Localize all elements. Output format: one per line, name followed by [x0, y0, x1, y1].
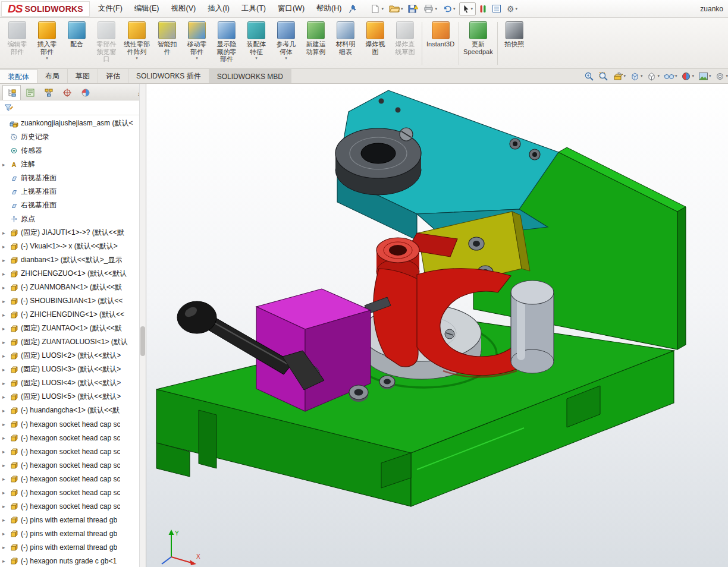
undo-button[interactable]: ▾	[441, 4, 457, 14]
tab-布局[interactable]: 布局	[37, 69, 68, 83]
menu-item[interactable]: 视图(V)	[165, 1, 202, 17]
tree-item[interactable]: ▸(固定) LUOSI<3> (默认<<默认>	[0, 363, 146, 376]
menu-item[interactable]: 工具(T)	[236, 1, 272, 17]
tree-item[interactable]: ▸(固定) LUOSI<2> (默认<<默认>	[0, 349, 146, 363]
tree-item[interactable]: ▸(固定) ZUANTAOLUOSI<1> (默认	[0, 335, 146, 349]
tree-item[interactable]: zuankongjiajushejiasm_asm (默认<	[0, 116, 146, 130]
expand-arrow-icon[interactable]: ▸	[2, 544, 9, 550]
section-view-button[interactable]: ▾	[613, 71, 626, 81]
hide-show-items-button[interactable]: ▾	[664, 73, 677, 80]
wall-right-face[interactable]	[677, 207, 686, 349]
exploded-view-button[interactable]: 爆炸视图	[360, 19, 390, 68]
expand-arrow-icon[interactable]: ▸	[2, 435, 9, 441]
tree-item[interactable]: ▸(-) ZHICHENGDING<1> (默认<<	[0, 308, 146, 322]
menu-item[interactable]: 帮助(H)	[310, 1, 347, 17]
instant3d-button[interactable]: Instant3D	[424, 19, 457, 68]
featuremanager-tab[interactable]	[2, 85, 21, 100]
tree-item[interactable]: ▸(-) hexagon socket head cap sc	[0, 499, 146, 513]
show-hidden-button[interactable]: 显示隐藏的零部件	[212, 19, 241, 68]
tree-item[interactable]: ▸(-) ZUANMOBAN<1> (默认<<默	[0, 281, 146, 294]
tree-item[interactable]: ▸(-) hexagon socket head cap sc	[0, 486, 146, 499]
tree-item[interactable]: ▸A注解	[0, 158, 146, 171]
bom-button[interactable]: 材料明细表	[331, 19, 360, 68]
expand-arrow-icon[interactable]: ▸	[2, 339, 9, 345]
new-motion-study-button[interactable]: 新建运动算例	[301, 19, 331, 68]
update-speedpak-button[interactable]: 更新Speedpak	[461, 19, 495, 68]
tree-item[interactable]: ▸(-) pins with external thread gb	[0, 513, 146, 527]
dropdown-caret-icon[interactable]: ▾	[255, 56, 258, 60]
tree-item[interactable]: 原点	[0, 212, 146, 226]
view-orientation-button[interactable]: ▾	[630, 71, 643, 81]
expand-arrow-icon[interactable]: ▸	[2, 449, 9, 455]
expand-arrow-icon[interactable]: ▸	[2, 394, 9, 400]
tab-solidworks-插件[interactable]: SOLIDWORKS 插件	[128, 69, 209, 83]
tree-item[interactable]: ▸(固定) LUOSI<4> (默认<<默认>	[0, 376, 146, 390]
tree-item[interactable]: ▸(-) hexagon socket head cap sc	[0, 458, 146, 472]
tree-item[interactable]: ▸ZHICHENGZUO<1> (默认<<默认	[0, 267, 146, 281]
expand-arrow-icon[interactable]: ▸	[2, 353, 9, 359]
tree-item[interactable]: ▸(-) hexagon socket head cap sc	[0, 417, 146, 431]
zoom-fit-button[interactable]	[584, 71, 594, 81]
expand-arrow-icon[interactable]: ▸	[2, 503, 9, 509]
task-list-button[interactable]	[490, 3, 503, 14]
menu-item[interactable]: 窗口(W)	[272, 1, 310, 17]
rebuild-bars-button[interactable]	[478, 3, 488, 15]
menu-item[interactable]: 文件(F)	[92, 1, 128, 17]
tree-item[interactable]: 前视基准面	[0, 171, 146, 185]
new-document-button[interactable]: ▾	[369, 3, 385, 15]
insert-component-button[interactable]: 插入零部件▾	[32, 19, 62, 68]
tree-item[interactable]: ▸(-) hexagon socket head cap sc	[0, 472, 146, 486]
expand-arrow-icon[interactable]: ▸	[2, 421, 9, 427]
tree-item[interactable]: ▸(-) huandangcha<1> (默认<<默	[0, 404, 146, 417]
tree-item[interactable]: 历史记录	[0, 130, 146, 144]
tree-item[interactable]: ▸(固定) ZUANTAO<1> (默认<<默	[0, 322, 146, 335]
zoom-area-button[interactable]	[598, 71, 608, 81]
base-slot-left[interactable]	[199, 410, 216, 468]
mate-button[interactable]: 配合	[62, 19, 92, 68]
pushpin-icon[interactable]	[349, 4, 357, 14]
expand-arrow-icon[interactable]: ▸	[2, 162, 9, 168]
panel-scrollbar[interactable]	[139, 84, 146, 567]
tab-草图[interactable]: 草图	[68, 69, 98, 83]
dropdown-caret-icon[interactable]: ▾	[196, 56, 198, 60]
take-snapshot-button[interactable]: 拍快照	[500, 19, 529, 68]
tree-item[interactable]: ▸(-) SHOUBINGJIAN<1> (默认<<	[0, 294, 146, 308]
display-style-button[interactable]: ▾	[647, 71, 660, 81]
tree-item[interactable]: ▸(-) pins with external thread gb	[0, 540, 146, 554]
tree-item[interactable]: ▸dianban<1> (默认<<默认>_显示	[0, 253, 146, 267]
apply-scene-button[interactable]: ▾	[698, 72, 711, 81]
handle-ball[interactable]	[177, 301, 216, 333]
options-gear-button[interactable]: ⚙▾	[505, 2, 519, 15]
expand-arrow-icon[interactable]: ▸	[2, 285, 9, 291]
expand-arrow-icon[interactable]: ▸	[2, 558, 9, 564]
expand-arrow-icon[interactable]: ▸	[2, 312, 9, 318]
view-settings-button[interactable]: ▾	[715, 71, 728, 81]
tree-item[interactable]: ▸(-) hexagon nuts grade c gb<1	[0, 554, 146, 567]
assembly-features-button[interactable]: 装配体特征▾	[241, 19, 271, 68]
expand-arrow-icon[interactable]: ▸	[2, 367, 9, 373]
open-button[interactable]: ▾	[387, 3, 405, 14]
expand-arrow-icon[interactable]: ▸	[2, 476, 9, 482]
select-cursor-button[interactable]: ▾	[459, 2, 476, 15]
propertymanager-tab[interactable]	[21, 85, 39, 100]
tree-item[interactable]: ▸(-) hexagon socket head cap sc	[0, 445, 146, 458]
model-support-pin[interactable]	[511, 281, 554, 373]
tree-item[interactable]: 右视基准面	[0, 199, 146, 212]
reference-geometry-button[interactable]: 参考几何体▾	[271, 19, 301, 68]
linear-pattern-button[interactable]: 线性零部件阵列▾	[121, 19, 152, 68]
tab-solidworks-mbd[interactable]: SOLIDWORKS MBD	[209, 69, 291, 83]
tree-item[interactable]: ▸(固定) LUOSI<5> (默认<<默认>	[0, 390, 146, 404]
menu-item[interactable]: 插入(I)	[202, 1, 236, 17]
expand-arrow-icon[interactable]: ▸	[2, 326, 9, 332]
scrollbar-thumb[interactable]	[140, 326, 145, 356]
expand-arrow-icon[interactable]: ▸	[2, 517, 9, 523]
menu-item[interactable]: 编辑(E)	[128, 1, 165, 17]
model-teal-arm[interactable]	[335, 90, 558, 240]
filter-icon[interactable]	[4, 103, 14, 112]
expand-arrow-icon[interactable]: ▸	[2, 462, 9, 468]
tree-item[interactable]: ▸(-) Vkuai<1>-> x (默认<<默认>	[0, 240, 146, 253]
tree-item[interactable]: 传感器	[0, 144, 146, 158]
dropdown-caret-icon[interactable]: ▾	[46, 56, 48, 60]
expand-arrow-icon[interactable]: ▸	[2, 271, 9, 277]
configurationmanager-tab[interactable]	[39, 85, 58, 100]
